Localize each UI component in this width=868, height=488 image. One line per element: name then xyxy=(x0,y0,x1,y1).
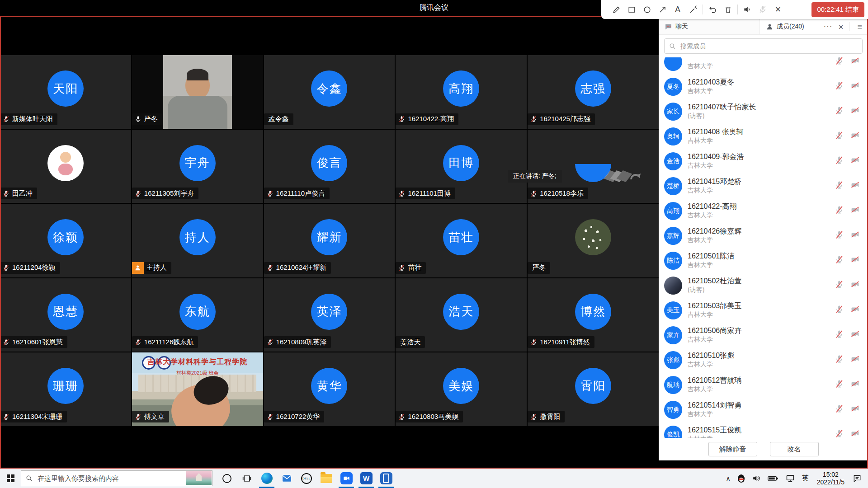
video-tile[interactable]: 徐颖 xyxy=(0,204,131,277)
text-tool-icon[interactable]: A xyxy=(670,2,685,17)
mail-icon[interactable] xyxy=(277,469,297,488)
member-camera-off-icon[interactable] xyxy=(850,131,860,141)
member-row[interactable]: 家卉 16210506尚家卉 吉林大学 xyxy=(664,323,863,347)
member-row[interactable]: 俊凯 16210515王俊凯 吉林大学 xyxy=(664,422,863,438)
member-camera-off-icon[interactable] xyxy=(850,181,860,191)
member-row[interactable]: 嘉辉 16210426徐嘉辉 吉林大学 xyxy=(664,223,863,248)
member-row[interactable]: 智勇 16210514刘智勇 吉林大学 xyxy=(664,397,863,422)
word-icon[interactable]: W xyxy=(356,469,376,488)
video-tile[interactable]: 珊珊 xyxy=(0,352,131,426)
dell-icon[interactable]: DELL xyxy=(297,469,316,488)
member-row[interactable]: 航瑀 16210512曹航瑀 吉林大学 xyxy=(664,372,863,397)
member-mic-muted-icon[interactable] xyxy=(835,181,844,191)
member-mic-muted-icon[interactable] xyxy=(835,156,844,166)
member-camera-off-icon[interactable] xyxy=(850,355,860,365)
member-camera-off-icon[interactable] xyxy=(850,380,860,390)
tab-chat[interactable]: 聊天 xyxy=(659,19,760,34)
member-row[interactable]: 夏冬 16210403夏冬 吉林大学 xyxy=(664,74,863,99)
member-row[interactable]: 家长 16210407耿子怡家长 (访客) xyxy=(664,99,863,124)
video-tile[interactable]: 高翔 xyxy=(396,55,527,129)
member-mic-muted-icon[interactable] xyxy=(835,57,844,67)
member-mic-muted-icon[interactable] xyxy=(835,404,844,415)
member-row[interactable]: 高翔 16210422-高翔 吉林大学 xyxy=(664,198,863,223)
member-row[interactable]: 16210502杜治萱 (访客) xyxy=(664,273,863,298)
video-tile[interactable]: 英泽 xyxy=(264,278,395,352)
unmute-button[interactable]: 解除静音 xyxy=(708,442,757,456)
member-row[interactable]: 张彪 16210510张彪 吉林大学 xyxy=(664,347,863,372)
notifications-icon[interactable] xyxy=(849,469,865,488)
member-camera-off-icon[interactable] xyxy=(850,57,860,67)
member-mic-muted-icon[interactable] xyxy=(835,131,844,141)
video-tile[interactable]: 霄阳 xyxy=(528,352,659,426)
video-tile[interactable]: 令鑫 xyxy=(264,55,395,129)
video-tile[interactable]: 田乙冲 xyxy=(0,130,131,203)
video-tile[interactable]: 田博 xyxy=(396,130,527,203)
rename-button[interactable]: 改名 xyxy=(770,442,819,456)
cortana-icon[interactable] xyxy=(217,469,237,488)
member-camera-off-icon[interactable] xyxy=(850,404,860,415)
video-tile[interactable]: 恩慧 xyxy=(0,278,131,352)
video-tile[interactable]: 志强 xyxy=(528,55,659,129)
video-tile[interactable]: 俊言 xyxy=(264,130,395,203)
delete-annotation-icon[interactable] xyxy=(720,2,736,17)
member-row[interactable]: 陈洁 16210501陈洁 吉林大学 xyxy=(664,248,863,273)
battery-icon[interactable] xyxy=(764,469,782,488)
member-row[interactable]: 吉林大学 xyxy=(664,57,863,74)
video-tile[interactable]: 东航 xyxy=(132,278,263,352)
panel-menu-icon[interactable]: ≡ xyxy=(855,22,864,32)
member-camera-off-icon[interactable] xyxy=(850,106,860,117)
video-tile[interactable]: 持人 xyxy=(132,204,263,277)
taskbar-search[interactable] xyxy=(21,470,212,486)
close-panel-icon[interactable]: × xyxy=(838,23,843,31)
video-tile[interactable]: 天阳 xyxy=(0,55,131,129)
pencil-icon[interactable] xyxy=(609,2,624,17)
laser-pointer-icon[interactable] xyxy=(685,2,701,17)
member-mic-muted-icon[interactable] xyxy=(835,280,844,291)
member-camera-off-icon[interactable] xyxy=(850,255,860,266)
video-tile[interactable]: 耀新 xyxy=(264,204,395,277)
member-mic-muted-icon[interactable] xyxy=(835,429,844,438)
member-row[interactable]: 奥轲 16210408 张奥轲 吉林大学 xyxy=(664,124,863,149)
ellipse-icon[interactable] xyxy=(639,2,655,17)
member-mic-muted-icon[interactable] xyxy=(835,305,844,315)
speaker-icon[interactable] xyxy=(740,2,755,17)
video-tile[interactable]: 浩天 xyxy=(396,278,527,352)
member-mic-muted-icon[interactable] xyxy=(835,230,844,241)
volume-icon[interactable] xyxy=(748,469,764,488)
taskbar-clock[interactable]: 15:02 2022/11/5 xyxy=(812,471,849,486)
video-tile[interactable]: 吉林大学材料科学与工程学院 材料类2021级 班会 xyxy=(132,352,263,426)
tab-members[interactable]: 成员(240) xyxy=(760,19,819,34)
network-icon[interactable] xyxy=(782,469,798,488)
video-tile[interactable]: 16210518李乐 xyxy=(528,130,659,203)
microphone-off-icon[interactable] xyxy=(755,2,770,17)
member-camera-off-icon[interactable] xyxy=(850,429,860,438)
member-row[interactable]: 美玉 16210503邰美玉 吉林大学 xyxy=(664,298,863,323)
more-options-icon[interactable]: ··· xyxy=(823,22,832,31)
video-tile[interactable]: 苗壮 xyxy=(396,204,527,277)
rectangle-icon[interactable] xyxy=(624,2,639,17)
undo-icon[interactable] xyxy=(705,2,720,17)
member-mic-muted-icon[interactable] xyxy=(835,380,844,390)
meeting-timer-end-button[interactable]: 00:22:41 结束 xyxy=(811,2,864,17)
member-mic-muted-icon[interactable] xyxy=(835,255,844,266)
start-button[interactable] xyxy=(0,469,21,488)
member-camera-off-icon[interactable] xyxy=(850,206,860,216)
member-search-input[interactable] xyxy=(679,42,858,50)
member-camera-off-icon[interactable] xyxy=(850,156,860,166)
member-row[interactable]: 金浩 16210409-郭金浩 吉林大学 xyxy=(664,149,863,174)
member-mic-muted-icon[interactable] xyxy=(835,106,844,117)
search-highlight-image[interactable] xyxy=(186,471,212,485)
ime-indicator[interactable]: 英 xyxy=(798,469,812,488)
member-camera-off-icon[interactable] xyxy=(850,330,860,340)
tencent-meeting-icon[interactable] xyxy=(336,469,356,488)
taskbar-search-input[interactable] xyxy=(37,474,208,483)
member-camera-off-icon[interactable] xyxy=(850,81,860,92)
video-tile[interactable]: 严冬 xyxy=(528,204,659,277)
member-row[interactable]: 楚桥 16210415邓楚桥 吉林大学 xyxy=(664,174,863,198)
member-camera-off-icon[interactable] xyxy=(850,305,860,315)
your-phone-icon[interactable] xyxy=(376,469,396,488)
edge-browser-icon[interactable] xyxy=(257,469,277,488)
video-tile[interactable]: 黄华 xyxy=(264,352,395,426)
member-mic-muted-icon[interactable] xyxy=(835,330,844,340)
video-tile[interactable]: 严冬 xyxy=(132,55,263,129)
